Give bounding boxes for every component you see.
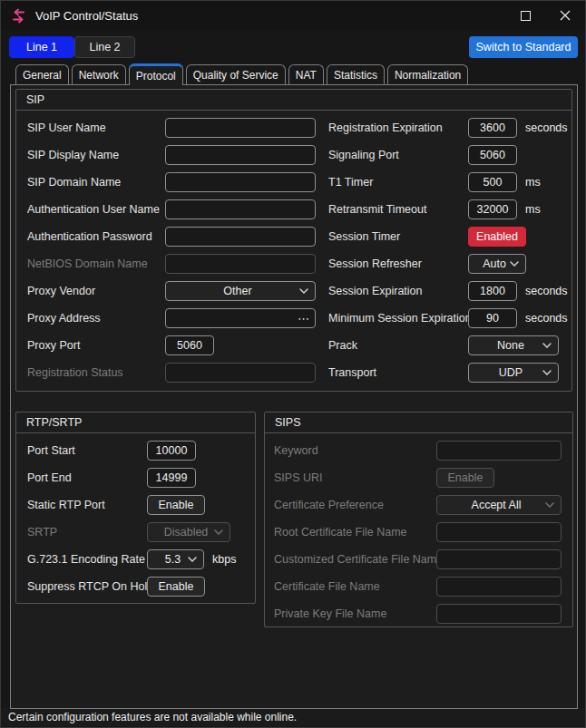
field-row: Session Expiration seconds <box>328 277 571 305</box>
field-label: Session Expiration <box>328 285 468 297</box>
field-row: Proxy Address ⋯ <box>27 305 328 332</box>
session-timer-toggle-button[interactable]: Enabled <box>468 227 526 247</box>
port-start-input[interactable] <box>147 441 196 461</box>
proxy-address-browse-button[interactable]: ⋯ <box>298 308 309 328</box>
unit-label: ms <box>525 176 541 189</box>
root-certificate-file-input <box>436 522 562 542</box>
sip-user-name-input[interactable] <box>165 118 316 138</box>
field-row: Retransmit Timeout ms <box>328 196 571 223</box>
protocol-tab-panel: SIP SIP User Name SIP Display Name SIP D… <box>10 84 578 709</box>
field-label: Static RTP Port <box>27 499 147 511</box>
field-row: Session Timer Enabled <box>328 223 571 250</box>
certificate-preference-select: Accept All <box>436 495 562 515</box>
registration-expiration-input[interactable] <box>468 118 517 138</box>
field-label: Proxy Vendor <box>27 285 165 297</box>
minimum-session-expiration-input[interactable] <box>468 308 517 328</box>
retransmit-timeout-input[interactable] <box>468 199 517 219</box>
field-row: Private Key File Name <box>274 600 572 627</box>
window-close-button[interactable] <box>545 1 585 30</box>
voip-control-status-window: VoIP Control/Status Line 1 Line 2 Switch… <box>0 0 586 728</box>
titlebar: VoIP Control/Status <box>1 1 585 30</box>
select-value: Disabled <box>164 526 214 539</box>
tab-network[interactable]: Network <box>72 64 126 84</box>
prack-select[interactable]: None <box>468 335 559 355</box>
line2-tab-button[interactable]: Line 2 <box>74 36 135 58</box>
unit-label: seconds <box>525 121 568 134</box>
tab-quality-of-service[interactable]: Quality of Service <box>186 64 286 84</box>
line1-tab-button[interactable]: Line 1 <box>9 36 74 58</box>
field-row: Prack None <box>328 332 571 359</box>
chevron-down-icon <box>542 370 552 375</box>
field-label: SRTP <box>27 526 147 539</box>
proxy-vendor-select[interactable]: Other <box>165 281 316 301</box>
transport-select[interactable]: UDP <box>468 363 559 383</box>
window-title: VoIP Control/Status <box>35 9 138 23</box>
tab-strip: General Network Protocol Quality of Serv… <box>15 63 468 85</box>
field-row: SIP Display Name <box>27 141 328 169</box>
tab-general[interactable]: General <box>15 64 69 84</box>
field-label: Authentication Password <box>27 230 165 243</box>
field-row: Authentication Password <box>27 223 328 250</box>
field-label: Session Timer <box>328 230 468 243</box>
sip-display-name-input[interactable] <box>165 145 316 165</box>
rtp-srtp-groupbox: RTP/SRTP Port Start Port End Static RTP … <box>15 412 256 604</box>
field-label: SIP Domain Name <box>27 176 165 189</box>
select-value: Auto <box>483 257 512 270</box>
sip-groupbox: SIP SIP User Name SIP Display Name SIP D… <box>15 89 572 392</box>
sip-domain-name-input[interactable] <box>165 172 316 192</box>
keyword-input <box>436 441 562 461</box>
field-label: Minimum Session Expiration <box>328 312 468 325</box>
private-key-file-input <box>436 604 562 624</box>
field-label: Retransmit Timeout <box>328 203 468 216</box>
field-label: SIPS URI <box>274 471 436 484</box>
field-label: Port Start <box>27 444 147 457</box>
authentication-user-name-input[interactable] <box>165 199 316 219</box>
proxy-address-input[interactable] <box>165 308 316 328</box>
field-label: SIP User Name <box>27 121 165 134</box>
select-value: Accept All <box>472 499 527 511</box>
field-label: Proxy Port <box>27 339 165 352</box>
field-row: Session Refresher Auto <box>328 250 571 277</box>
groupbox-title: SIPS <box>265 413 572 433</box>
field-row: Registration Expiration seconds <box>328 114 571 141</box>
field-row: Proxy Vendor Other <box>27 277 328 305</box>
suppress-rtcp-on-hold-button[interactable]: Enable <box>147 577 205 597</box>
g7231-encoding-rate-select[interactable]: 5.3 <box>147 549 204 569</box>
field-row: G.723.1 Encoding Rate 5.3 kbps <box>27 546 255 573</box>
field-row: Registration Status <box>27 359 328 386</box>
groupbox-title: SIP <box>16 90 571 111</box>
maximize-icon <box>521 11 531 21</box>
tab-protocol[interactable]: Protocol <box>129 63 183 85</box>
signaling-port-input[interactable] <box>468 145 517 165</box>
chevron-down-icon <box>299 288 308 294</box>
field-row: Authentication User Name <box>27 196 328 223</box>
field-row: Root Certificate File Name <box>274 519 572 546</box>
tab-statistics[interactable]: Statistics <box>327 64 385 84</box>
status-bar: Certain configuration features are not a… <box>1 708 585 726</box>
field-label: T1 Timer <box>328 176 468 189</box>
tab-nat[interactable]: NAT <box>288 64 324 84</box>
chevron-down-icon <box>214 529 223 535</box>
sips-uri-button: Enable <box>436 468 494 488</box>
sip-right-column: Registration Expiration seconds Signalin… <box>328 114 571 386</box>
switch-to-standard-button[interactable]: Switch to Standard <box>469 36 578 58</box>
proxy-port-input[interactable] <box>165 335 214 355</box>
field-row: Keyword <box>274 437 572 464</box>
window-maximize-button[interactable] <box>505 1 545 30</box>
field-row: SIPS URI Enable <box>274 464 572 491</box>
field-row: Customized Certificate File Name <box>274 546 572 573</box>
field-row: Transport UDP <box>328 359 571 386</box>
static-rtp-port-button[interactable]: Enable <box>147 495 205 515</box>
tab-normalization[interactable]: Normalization <box>387 64 468 84</box>
t1-timer-input[interactable] <box>468 172 517 192</box>
field-row: Port Start <box>27 437 255 464</box>
field-label: NetBIOS Domain Name <box>27 257 165 270</box>
select-value: UDP <box>499 366 528 379</box>
session-refresher-select[interactable]: Auto <box>468 254 526 274</box>
session-expiration-input[interactable] <box>468 281 517 301</box>
authentication-password-input[interactable] <box>165 227 316 247</box>
field-row: Certificate File Name <box>274 573 572 600</box>
port-end-input[interactable] <box>147 468 196 488</box>
app-icon <box>11 8 26 24</box>
field-row: Certificate Preference Accept All <box>274 491 572 519</box>
